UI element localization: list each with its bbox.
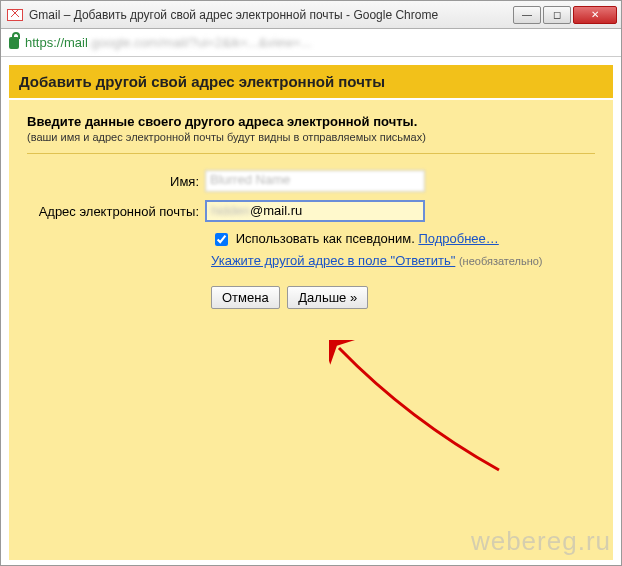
email-visible-part: @mail.ru — [250, 203, 302, 218]
learn-more-link[interactable]: Подробнее… — [418, 231, 498, 246]
button-row: Отмена Дальше » — [27, 286, 595, 309]
url-rest: .google.com/mail/?ui=2&ik=...&view=... — [88, 35, 312, 50]
gmail-icon — [7, 9, 23, 21]
alias-label: Использовать как псевдоним. — [236, 231, 415, 246]
intro-heading: Введите данные своего другого адреса эле… — [27, 114, 595, 129]
url-domain: mail — [64, 35, 88, 50]
name-input[interactable]: Blurred Name — [205, 170, 425, 192]
dialog-title: Добавить другой свой адрес электронной п… — [9, 65, 613, 98]
cancel-button[interactable]: Отмена — [211, 286, 280, 309]
watermark: webereg.ru — [471, 526, 611, 557]
minimize-button[interactable]: — — [513, 6, 541, 24]
email-row: Адрес электронной почты: hidden@mail.ru — [27, 200, 595, 222]
page-content: Добавить другой свой адрес электронной п… — [1, 57, 621, 566]
window-controls: — ◻ ✕ — [513, 6, 617, 24]
close-button[interactable]: ✕ — [573, 6, 617, 24]
lock-icon — [9, 37, 19, 49]
maximize-button[interactable]: ◻ — [543, 6, 571, 24]
email-hidden-part: hidden — [211, 203, 250, 218]
email-label: Адрес электронной почты: — [27, 204, 205, 219]
arrow-annotation — [329, 340, 509, 480]
alias-row: Использовать как псевдоним. Подробнее… — [27, 230, 595, 249]
next-button[interactable]: Дальше » — [287, 286, 368, 309]
email-input[interactable]: hidden@mail.ru — [205, 200, 425, 222]
name-row: Имя: Blurred Name — [27, 170, 595, 192]
divider — [27, 153, 595, 154]
reply-address-link[interactable]: Укажите другой адрес в поле "Ответить" — [211, 253, 455, 268]
window-titlebar: Gmail – Добавить другой свой адрес элект… — [1, 1, 621, 29]
name-label: Имя: — [27, 174, 205, 189]
window-title: Gmail – Добавить другой свой адрес элект… — [29, 8, 513, 22]
intro-subtext: (ваши имя и адрес электронной почты буду… — [27, 131, 595, 143]
reply-row: Укажите другой адрес в поле "Ответить" (… — [27, 253, 595, 268]
optional-label: (необязательно) — [459, 255, 543, 267]
address-bar[interactable]: https://mail.google.com/mail/?ui=2&ik=..… — [1, 29, 621, 57]
dialog-body: Введите данные своего другого адреса эле… — [9, 100, 613, 560]
alias-checkbox[interactable] — [215, 233, 228, 246]
url-scheme: https:// — [25, 35, 64, 50]
